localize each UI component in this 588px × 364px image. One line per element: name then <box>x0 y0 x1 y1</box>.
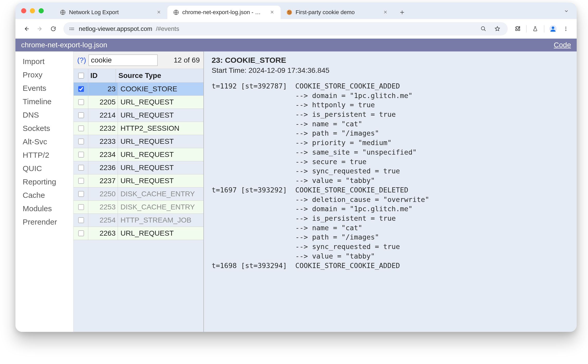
bookmark-button[interactable] <box>492 24 503 34</box>
events-table: ID Source Type 23COOKIE_STORE2205URL_REQ… <box>74 69 203 332</box>
app-body: ImportProxyEventsTimelineDNSSocketsAlt-S… <box>15 51 577 332</box>
site-settings-icon[interactable] <box>68 26 75 31</box>
tab-close-button[interactable] <box>156 10 162 15</box>
event-row-checkbox[interactable] <box>78 230 84 236</box>
event-row[interactable]: 23COOKIE_STORE <box>74 83 203 96</box>
sidebar-item-alt-svc[interactable]: Alt-Svc <box>23 136 73 149</box>
svg-point-11 <box>481 27 485 30</box>
event-row-checkbox[interactable] <box>78 204 84 210</box>
code-link[interactable]: Code <box>554 41 571 49</box>
event-type: HTTP_STREAM_JOB <box>118 214 203 227</box>
select-all-checkbox[interactable] <box>78 73 84 78</box>
browser-toolbar: netlog-viewer.appspot.com/#events <box>15 19 577 39</box>
sidebar-item-sockets[interactable]: Sockets <box>23 122 73 136</box>
chrome-menu-button[interactable] <box>561 24 571 34</box>
toolbar-divider <box>526 25 526 32</box>
column-header-type[interactable]: Source Type <box>116 69 203 82</box>
sidebar-item-dns[interactable]: DNS <box>23 109 73 122</box>
event-detail-title: 23: COOKIE_STORE <box>212 55 577 66</box>
browser-tab[interactable]: chrome-net-export-log.json - … <box>167 6 281 19</box>
event-row-checkbox[interactable] <box>78 139 84 144</box>
toolbar-right <box>512 24 571 34</box>
svg-point-16 <box>565 30 566 31</box>
loaded-file-name: chrome-net-export-log.json <box>21 41 107 49</box>
sidebar-item-http-2[interactable]: HTTP/2 <box>23 149 73 163</box>
reload-button[interactable] <box>48 23 59 34</box>
event-row[interactable]: 2214URL_REQUEST <box>74 109 203 122</box>
address-bar[interactable]: netlog-viewer.appspot.com/#events <box>63 22 508 35</box>
event-row[interactable]: 2232HTTP2_SESSION <box>74 122 203 135</box>
window-zoom-button[interactable] <box>39 8 44 13</box>
event-type: URL_REQUEST <box>118 161 203 174</box>
svg-point-14 <box>565 27 566 28</box>
event-type: URL_REQUEST <box>118 96 203 109</box>
tab-close-button[interactable] <box>383 10 388 15</box>
event-row-checkbox[interactable] <box>78 86 84 92</box>
event-row[interactable]: 2236URL_REQUEST <box>74 161 203 174</box>
window-minimize-button[interactable] <box>30 8 35 13</box>
cookie-icon <box>286 9 292 15</box>
event-row[interactable]: 2205URL_REQUEST <box>74 96 203 109</box>
svg-point-6 <box>290 13 291 13</box>
sidebar-item-cache[interactable]: Cache <box>23 189 73 203</box>
window-controls <box>21 8 44 13</box>
forward-button[interactable] <box>34 23 45 34</box>
event-row-checkbox[interactable] <box>78 126 84 131</box>
filter-input[interactable] <box>89 55 158 66</box>
dots-vertical-icon <box>563 26 569 32</box>
event-row[interactable]: 2233URL_REQUEST <box>74 135 203 148</box>
event-row-checkbox[interactable] <box>78 178 84 184</box>
svg-point-15 <box>565 28 566 29</box>
svg-point-4 <box>290 12 291 12</box>
close-icon <box>270 10 274 14</box>
window-close-button[interactable] <box>21 8 26 13</box>
tab-overflow-button[interactable] <box>561 6 572 16</box>
extensions-button[interactable] <box>512 24 523 34</box>
event-start-time: Start Time: 2024-12-09 17:34:36.845 <box>212 66 577 75</box>
event-row[interactable]: 2237URL_REQUEST <box>74 174 203 188</box>
event-row[interactable]: 2263URL_REQUEST <box>74 227 203 240</box>
filter-help-link[interactable]: (?) <box>77 56 86 64</box>
sidebar-item-proxy[interactable]: Proxy <box>23 69 73 82</box>
sidebar-item-modules[interactable]: Modules <box>23 203 73 216</box>
event-row-checkbox[interactable] <box>78 165 84 171</box>
event-row-checkbox[interactable] <box>78 112 84 118</box>
arrow-left-icon <box>23 25 30 32</box>
sidebar-item-reporting[interactable]: Reporting <box>23 176 73 189</box>
event-row-checkbox[interactable] <box>78 191 84 197</box>
sidebar-item-quic[interactable]: QUIC <box>23 163 73 176</box>
tab-label: First-party cookie demo <box>296 9 379 16</box>
event-row-checkbox[interactable] <box>78 152 84 157</box>
event-row[interactable]: 2254HTTP_STREAM_JOB <box>74 214 203 227</box>
tab-close-button[interactable] <box>269 10 275 15</box>
events-table-header: ID Source Type <box>74 69 203 83</box>
sidebar-item-events[interactable]: Events <box>23 82 73 96</box>
sidebar-item-prerender[interactable]: Prerender <box>23 216 73 229</box>
event-row[interactable]: 2253DISK_CACHE_ENTRY <box>74 201 203 214</box>
event-id: 2254 <box>88 214 118 227</box>
sidebar-item-timeline[interactable]: Timeline <box>23 96 73 109</box>
browser-tab[interactable]: Network Log Export <box>54 6 167 19</box>
event-log: t=1192 [st=392787] COOKIE_STORE_COOKIE_A… <box>212 82 577 270</box>
zoom-indicator-icon[interactable] <box>478 24 489 34</box>
toolbar-divider <box>544 25 544 32</box>
event-id: 2263 <box>88 227 118 240</box>
svg-point-3 <box>288 11 289 12</box>
tab-strip: Network Log Exportchrome-net-export-log.… <box>15 3 577 19</box>
event-row[interactable]: 2250DISK_CACHE_ENTRY <box>74 188 203 201</box>
event-id: 2205 <box>88 96 118 109</box>
svg-point-9 <box>70 29 71 30</box>
event-row[interactable]: 2234URL_REQUEST <box>74 148 203 161</box>
browser-tab[interactable]: First-party cookie demo <box>281 6 394 19</box>
event-row-checkbox[interactable] <box>78 99 84 105</box>
event-row-checkbox[interactable] <box>78 217 84 223</box>
sidebar-item-import[interactable]: Import <box>23 56 73 69</box>
back-button[interactable] <box>21 23 32 34</box>
profile-button[interactable] <box>548 24 558 34</box>
labs-button[interactable] <box>530 24 540 34</box>
arrow-right-icon <box>37 25 43 32</box>
new-tab-button[interactable] <box>396 7 408 18</box>
account-icon <box>549 25 557 33</box>
close-icon <box>157 10 161 14</box>
column-header-id[interactable]: ID <box>88 69 116 82</box>
